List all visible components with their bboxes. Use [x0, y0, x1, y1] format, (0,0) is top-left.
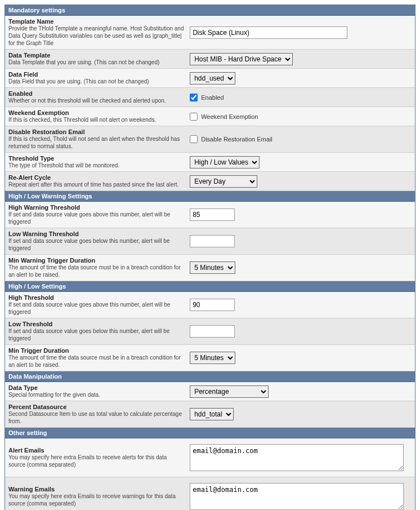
row-template-name: Template Name Provide the THold Template… — [5, 16, 415, 50]
data-type-desc: Special formatting for the given data. — [8, 391, 184, 398]
data-template-select[interactable]: Host MIB - Hard Drive Space — [190, 53, 293, 65]
row-disable-restore: Disable Restoration Email If this is che… — [5, 126, 415, 153]
row-percent-ds: Percent Datasource Second Datasource Ite… — [5, 401, 415, 428]
trigger-duration-label: Min Trigger Duration — [8, 347, 184, 354]
alert-emails-label: Alert Emails — [8, 447, 184, 454]
realert-label: Re-Alert Cycle — [8, 174, 184, 181]
enabled-desc: Whether or not this threshold will be ch… — [8, 97, 184, 104]
threshold-type-desc: The type of Threshold that will be monit… — [8, 162, 184, 169]
section-header-mandatory: Mandatory settings — [5, 5, 415, 16]
warning-duration-label: Min Warning Trigger Duration — [8, 257, 184, 264]
weekend-checkbox-label: Weekend Exemption — [201, 113, 258, 120]
section-header-highlow: High / Low Settings — [5, 281, 415, 292]
template-name-input[interactable] — [190, 26, 347, 39]
warning-emails-textarea[interactable]: email@domain.com — [190, 483, 404, 510]
realert-select[interactable]: Every Day — [190, 175, 257, 188]
section-header-manipulation: Data Manipulation — [5, 371, 415, 382]
warning-duration-select[interactable]: 5 Minutes — [190, 261, 235, 274]
high-threshold-input[interactable] — [190, 299, 235, 311]
alert-emails-textarea[interactable]: email@domain.com — [190, 444, 404, 471]
row-high-warning: High Warning Threshold If set and data s… — [5, 202, 415, 228]
high-warning-desc: If set and data source value goes above … — [8, 211, 184, 225]
enabled-label: Enabled — [8, 90, 184, 97]
row-weekend: Weekend Exemption If this is checked, th… — [5, 107, 415, 126]
trigger-duration-select[interactable]: 5 Minutes — [190, 352, 235, 364]
high-threshold-label: High Threshold — [8, 294, 184, 301]
enabled-checkbox[interactable] — [190, 94, 198, 101]
section-header-warning: High / Low Warning Settings — [5, 191, 415, 202]
warning-duration-desc: The amount of time the data source must … — [8, 264, 184, 278]
data-field-label: Data Field — [8, 71, 184, 78]
disable-restore-checkbox[interactable] — [190, 135, 198, 143]
data-type-select[interactable]: Percentage — [190, 385, 269, 398]
realert-desc: Repeat alert after this amount of time h… — [8, 181, 184, 188]
high-warning-label: High Warning Threshold — [8, 204, 184, 211]
low-threshold-label: Low Threshold — [8, 321, 184, 327]
alert-emails-desc: You may specify here extra Emails to rec… — [8, 454, 184, 468]
enabled-checkbox-wrap[interactable]: Enabled — [190, 94, 224, 101]
percent-ds-select[interactable]: hdd_total — [190, 408, 234, 420]
disable-restore-label: Disable Restoration Email — [8, 128, 184, 135]
disable-restore-desc: If this is checked, Thold will not send … — [8, 135, 184, 150]
low-threshold-desc: If set and data source value goes below … — [8, 327, 184, 342]
data-type-label: Data Type — [8, 384, 184, 391]
weekend-desc: If this is checked, this Threshold will … — [8, 116, 184, 123]
weekend-checkbox[interactable] — [190, 113, 198, 121]
template-name-desc: Provide the THold Template a meaningful … — [8, 25, 184, 47]
percent-ds-label: Percent Datasource — [8, 403, 184, 410]
row-high-threshold: High Threshold If set and data source va… — [5, 292, 415, 318]
weekend-label: Weekend Exemption — [8, 109, 184, 116]
row-threshold-type: Threshold Type The type of Threshold tha… — [5, 153, 415, 172]
row-realert: Re-Alert Cycle Repeat alert after this a… — [5, 172, 415, 191]
row-data-template: Data Template Data Template that you are… — [5, 50, 415, 69]
high-threshold-desc: If set and data source value goes above … — [8, 301, 184, 316]
data-field-select[interactable]: hdd_used — [190, 72, 235, 85]
percent-ds-desc: Second Datasource Item to use as total v… — [8, 410, 184, 425]
weekend-checkbox-wrap[interactable]: Weekend Exemption — [190, 113, 258, 121]
settings-form: Mandatory settings Template Name Provide… — [5, 5, 415, 510]
warning-emails-label: Warning Emails — [8, 486, 184, 493]
disable-restore-checkbox-label: Disable Restoration Email — [201, 136, 272, 143]
low-threshold-input[interactable] — [190, 325, 235, 338]
data-template-desc: Data Template that you are using. (This … — [8, 59, 184, 66]
low-warning-input[interactable] — [190, 235, 235, 247]
disable-restore-checkbox-wrap[interactable]: Disable Restoration Email — [190, 135, 272, 143]
threshold-type-select[interactable]: High / Low Values — [190, 156, 260, 168]
section-header-other: Other setting — [5, 428, 415, 438]
row-data-field: Data Field Data Field that you are using… — [5, 69, 415, 88]
row-low-threshold: Low Threshold If set and data source val… — [5, 318, 415, 345]
high-warning-input[interactable] — [190, 209, 235, 221]
enabled-checkbox-label: Enabled — [201, 94, 224, 101]
row-data-type: Data Type Special formatting for the giv… — [5, 382, 415, 401]
low-warning-label: Low Warning Threshold — [8, 230, 184, 237]
threshold-type-label: Threshold Type — [8, 155, 184, 162]
data-template-label: Data Template — [8, 52, 184, 59]
trigger-duration-desc: The amount of time the data source must … — [8, 354, 184, 369]
warning-emails-desc: You may specify here extra Emails to rec… — [8, 493, 184, 507]
row-enabled: Enabled Whether or not this threshold wi… — [5, 88, 415, 107]
row-low-warning: Low Warning Threshold If set and data so… — [5, 228, 415, 255]
row-alert-emails: Alert Emails You may specify here extra … — [5, 438, 415, 477]
low-warning-desc: If set and data source value goes below … — [8, 237, 184, 252]
template-name-label: Template Name — [8, 18, 184, 25]
data-field-desc: Data Field that you are using. (This can… — [8, 78, 184, 85]
row-warning-duration: Min Warning Trigger Duration The amount … — [5, 255, 415, 281]
row-warning-emails: Warning Emails You may specify here extr… — [5, 477, 415, 510]
row-trigger-duration: Min Trigger Duration The amount of time … — [5, 345, 415, 371]
